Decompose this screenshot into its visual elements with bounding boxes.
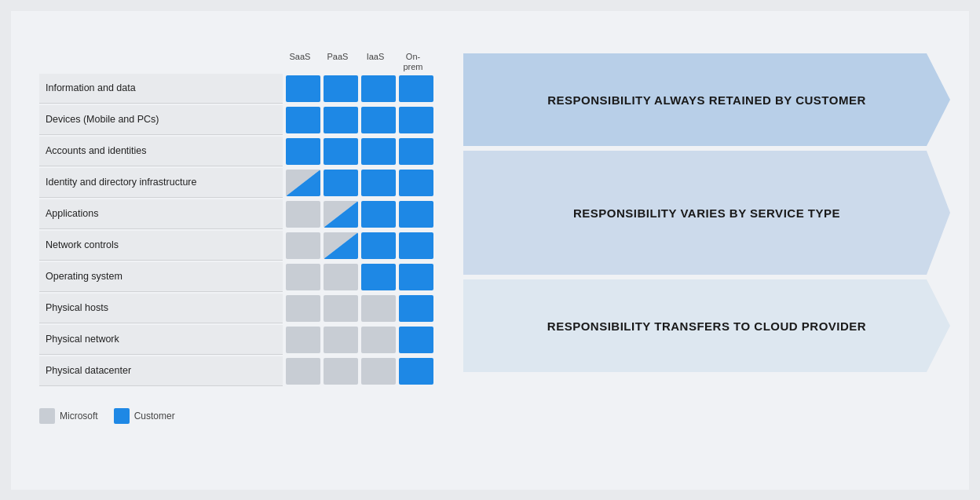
table-row: Accounts and identities — [39, 137, 448, 166]
legend-item-grey: Microsoft — [39, 408, 98, 424]
cell-split — [286, 170, 320, 196]
row-cells — [283, 262, 448, 292]
column-header: PaaS — [320, 52, 355, 72]
cell-grey — [286, 358, 320, 385]
legend-box-blue — [114, 408, 130, 424]
table-header: SaaSPaaSIaaSOn-prem — [39, 52, 448, 72]
table-row: Identity and directory infrastructure — [39, 168, 448, 198]
legend-item-blue: Customer — [114, 408, 175, 424]
row-cells — [283, 294, 448, 323]
cell-grey — [361, 358, 396, 385]
cell-split — [324, 201, 358, 228]
cell-grey — [286, 295, 320, 322]
arrow-text-2: RESPONSIBILITY TRANSFERS TO CLOUD PROVID… — [487, 317, 927, 334]
cell-blue — [399, 358, 433, 385]
row-label: Devices (Mobile and PCs) — [39, 105, 283, 135]
cell-grey — [324, 264, 358, 290]
arrow-text-1: RESPONSIBILITY VARIES BY SERVICE TYPE — [487, 204, 927, 221]
cell-blue — [324, 75, 358, 102]
cell-grey — [361, 327, 396, 353]
row-cells — [283, 356, 448, 386]
cell-blue — [324, 170, 358, 196]
column-header: On-prem — [396, 52, 430, 72]
table-row: Information and data — [39, 74, 448, 104]
cell-blue — [361, 138, 396, 165]
column-header: SaaS — [283, 52, 317, 72]
row-cells — [283, 137, 448, 166]
row-label: Applications — [39, 199, 283, 229]
cell-blue — [399, 264, 433, 290]
cell-blue — [361, 170, 396, 196]
cell-blue — [399, 75, 433, 102]
cell-grey — [286, 232, 320, 259]
row-label: Operating system — [39, 262, 283, 292]
table-row: Operating system — [39, 262, 448, 292]
cell-grey — [286, 201, 320, 228]
row-cells — [283, 74, 448, 104]
arrows-section: RESPONSIBILITY ALWAYS RETAINED BY CUSTOM… — [448, 52, 950, 397]
cell-blue — [399, 232, 433, 259]
table-row: Physical datacenter — [39, 356, 448, 386]
row-cells — [283, 105, 448, 135]
table-row: Network controls — [39, 231, 448, 261]
cell-blue — [399, 201, 433, 228]
table-section: SaaSPaaSIaaSOn-prem Information and data… — [39, 52, 448, 397]
table-row: Physical network — [39, 325, 448, 355]
row-cells — [283, 231, 448, 261]
content-area: SaaSPaaSIaaSOn-prem Information and data… — [39, 52, 941, 397]
cell-blue — [399, 327, 433, 353]
row-label: Network controls — [39, 231, 283, 261]
cell-grey — [324, 327, 358, 353]
cell-blue — [324, 107, 358, 133]
cell-blue — [286, 75, 320, 102]
cell-grey — [324, 295, 358, 322]
cell-blue — [361, 201, 396, 228]
row-label: Accounts and identities — [39, 137, 283, 166]
table-row: Applications — [39, 199, 448, 229]
legend-label-grey: Microsoft — [60, 411, 98, 422]
responsibility-label — [39, 52, 283, 72]
cell-blue — [399, 107, 433, 133]
table-row: Devices (Mobile and PCs) — [39, 105, 448, 135]
cell-blue — [324, 138, 358, 165]
arrow-text-0: RESPONSIBILITY ALWAYS RETAINED BY CUSTOM… — [487, 91, 927, 108]
table-row: Physical hosts — [39, 294, 448, 323]
cell-blue — [399, 138, 433, 165]
row-label: Physical datacenter — [39, 356, 283, 386]
row-label: Physical network — [39, 325, 283, 355]
cell-blue — [361, 107, 396, 133]
cell-grey — [324, 358, 358, 385]
arrow-0: RESPONSIBILITY ALWAYS RETAINED BY CUSTOM… — [463, 53, 950, 146]
cell-blue — [361, 264, 396, 290]
cell-grey — [361, 295, 396, 322]
table-body: Information and dataDevices (Mobile and … — [39, 74, 448, 386]
cell-blue — [399, 295, 433, 322]
arrow-2: RESPONSIBILITY TRANSFERS TO CLOUD PROVID… — [463, 279, 950, 372]
row-label: Information and data — [39, 74, 283, 104]
row-cells — [283, 199, 448, 229]
column-headers: SaaSPaaSIaaSOn-prem — [283, 52, 448, 72]
cell-grey — [286, 327, 320, 353]
row-cells — [283, 168, 448, 198]
row-cells — [283, 325, 448, 355]
cell-blue — [286, 138, 320, 165]
cell-blue — [286, 107, 320, 133]
cell-grey — [286, 264, 320, 290]
legend-label-blue: Customer — [134, 411, 175, 422]
cell-split — [324, 232, 358, 259]
cell-blue — [361, 232, 396, 259]
row-label: Identity and directory infrastructure — [39, 168, 283, 198]
row-label: Physical hosts — [39, 294, 283, 323]
cell-blue — [361, 75, 396, 102]
legend-box-grey — [39, 408, 55, 424]
column-header: IaaS — [358, 52, 393, 72]
legend: MicrosoftCustomer — [39, 408, 941, 424]
slide: SaaSPaaSIaaSOn-prem Information and data… — [11, 11, 969, 490]
cell-blue — [399, 170, 433, 196]
arrow-1: RESPONSIBILITY VARIES BY SERVICE TYPE — [463, 151, 950, 275]
